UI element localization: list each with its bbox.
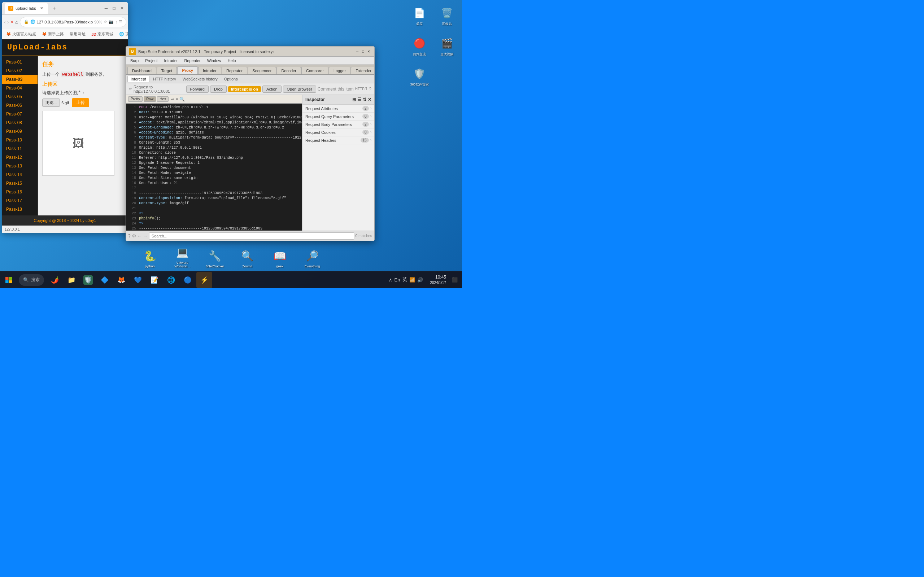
subtab-options[interactable]: Options	[221, 76, 241, 82]
desktop-icon-zoomit[interactable]: 🔍 Zoomit	[235, 247, 260, 269]
address-bar[interactable]: 🔒 🌐 127.0.0.1:8081/Pass-03/index.p 90% ☆…	[20, 17, 126, 27]
taskbar-edge-icon[interactable]: 🌐	[163, 272, 179, 288]
tab-logger[interactable]: Logger	[329, 67, 350, 74]
sidebar-link-pass06[interactable]: Pass-06	[2, 101, 37, 110]
inspector-close-icon[interactable]: ✕	[368, 97, 371, 102]
home-button[interactable]: ⌂	[15, 17, 18, 27]
raw-btn[interactable]: Raw	[144, 96, 156, 102]
desktop-icon-everything[interactable]: 🔎 Everything	[300, 247, 325, 269]
subtab-intercept[interactable]: Intercept	[127, 76, 150, 82]
sidebar-link-pass03[interactable]: Pass-03	[2, 75, 37, 84]
sidebar-link-pass05[interactable]: Pass-05	[2, 92, 37, 101]
desktop-icon-recycle[interactable]: 🗑️ 回收站	[434, 3, 460, 32]
desktop-icon-app5[interactable]: 🛡️ 360软件管家	[407, 64, 432, 93]
bookmark-common[interactable]: 常用网址	[68, 31, 87, 37]
taskbar-burp-active-icon[interactable]: ⚡	[196, 272, 212, 288]
sidebar-link-pass07[interactable]: Pass-07	[2, 110, 37, 118]
tab-extender[interactable]: Extender	[351, 67, 375, 74]
comment-field[interactable]: Comment this item	[318, 87, 354, 92]
inspector-row-query[interactable]: Request Query Parameters 0 ›	[302, 113, 374, 121]
forward-button[interactable]: ›	[7, 17, 9, 27]
upload-button[interactable]: 上传	[72, 98, 89, 107]
stop-button[interactable]: ✕	[10, 17, 14, 27]
action-button[interactable]: Action	[263, 85, 282, 93]
sidebar-link-pass18[interactable]: Pass-18	[2, 205, 37, 214]
screenshot-icon[interactable]: 📷	[109, 19, 114, 24]
tab-sequencer[interactable]: Sequencer	[248, 67, 276, 74]
desktop-icon-geek[interactable]: 📖 geek	[267, 247, 292, 269]
bookmark-star[interactable]: ☆	[103, 19, 107, 24]
desktop-icon-notepad[interactable]: 📄 必应	[407, 3, 432, 32]
pretty-btn[interactable]: Pretty	[128, 96, 143, 102]
notification-icon[interactable]: ⬛	[450, 277, 459, 282]
sidebar-link-pass12[interactable]: Pass-12	[2, 153, 37, 162]
drop-button[interactable]: Drop	[210, 85, 227, 93]
question-icon[interactable]: ?	[369, 87, 371, 92]
new-tab-button[interactable]: +	[50, 3, 59, 13]
share-icon[interactable]: ↑	[115, 20, 117, 24]
menu-project[interactable]: Project	[142, 58, 160, 63]
maximize-button[interactable]: □	[111, 5, 117, 11]
inspector-row-body[interactable]: Request Body Parameters 2 ›	[302, 121, 374, 129]
close-button[interactable]: ✕	[119, 5, 125, 11]
taskbar-word-icon[interactable]: 📝	[147, 272, 163, 288]
help-icon[interactable]: ?	[128, 234, 131, 239]
inspector-list-icon[interactable]: ☰	[357, 97, 361, 102]
inspector-grid-icon[interactable]: ⊞	[352, 97, 356, 102]
sidebar-link-pass09[interactable]: Pass-09	[2, 127, 37, 136]
forward-button[interactable]: Forward	[186, 85, 209, 93]
tab-dashboard[interactable]: Dashboard	[127, 67, 156, 74]
request-body[interactable]: 1POST /Pass-03/index.php HTTP/1.12Host: …	[126, 103, 302, 230]
tab-target[interactable]: Target	[156, 67, 177, 74]
taskbar-appcraft-icon[interactable]: 🔷	[97, 272, 113, 288]
search-toggle-icon[interactable]: 🔍	[179, 97, 185, 102]
burp-close-button[interactable]: ✕	[366, 49, 371, 54]
tab-intruder[interactable]: Intruder	[198, 67, 221, 74]
sidebar-link-pass13[interactable]: Pass-13	[2, 162, 37, 170]
inspector-row-cookies[interactable]: Request Cookies 0 ›	[302, 129, 374, 136]
burp-minimize-button[interactable]: ─	[355, 49, 360, 54]
menu-icon[interactable]: ☰	[119, 19, 123, 24]
next-match-icon[interactable]: →	[143, 234, 148, 239]
sidebar-link-pass16[interactable]: Pass-16	[2, 188, 37, 196]
taskbar-chili-icon[interactable]: 🌶️	[47, 272, 63, 288]
desktop-icon-vmware[interactable]: 💻 VMware Workstat...	[169, 243, 195, 269]
menu-repeater[interactable]: Repeater	[181, 58, 203, 63]
sidebar-link-pass15[interactable]: Pass-15	[2, 179, 37, 188]
volume-icon[interactable]: 🔊	[417, 277, 423, 282]
burp-maximize-button[interactable]: □	[361, 49, 366, 54]
subtab-http-history[interactable]: HTTP history	[150, 76, 179, 82]
taskbar-vscode-icon[interactable]: 💙	[130, 272, 146, 288]
bookmark-newuser[interactable]: 🦊 新手上路	[40, 31, 65, 37]
desktop-icon-app3[interactable]: 🔴 回到交流	[407, 34, 432, 63]
sidebar-link-pass11[interactable]: Pass-11	[2, 144, 37, 153]
system-clock[interactable]: 10:45 2024/1/17	[427, 274, 449, 285]
taskbar-firefox-icon[interactable]: 🦊	[113, 272, 129, 288]
hex-btn[interactable]: Hex	[157, 96, 169, 102]
sidebar-link-pass02[interactable]: Pass-02	[2, 66, 37, 75]
tab-close-button[interactable]: ✕	[39, 5, 44, 11]
sidebar-link-pass17[interactable]: Pass-17	[2, 196, 37, 205]
taskbar-pycharm-icon[interactable]: 🔵	[180, 272, 196, 288]
taskbar-files-icon[interactable]: 📁	[63, 272, 79, 288]
tab-decoder[interactable]: Decoder	[276, 67, 301, 74]
desktop-icon-snet[interactable]: 🔧 SNetCracker	[202, 247, 227, 269]
bookmark-ctf[interactable]: 🌐 攻防世界	[118, 31, 128, 37]
start-button[interactable]	[0, 271, 17, 288]
desktop-icon-python[interactable]: 🐍 python	[137, 247, 163, 269]
inspector-row-attributes[interactable]: Request Attributes 2 ›	[302, 105, 374, 113]
tab-proxy[interactable]: Proxy	[177, 66, 198, 74]
language-icon[interactable]: 英	[402, 276, 407, 283]
menu-help[interactable]: Help	[225, 58, 239, 63]
menu-burp[interactable]: Burp	[127, 58, 142, 63]
taskbar-search[interactable]: 🔍 搜索	[19, 274, 44, 286]
subtab-websockets-history[interactable]: WebSockets history	[180, 76, 221, 82]
tab-comparer[interactable]: Comparer	[302, 67, 329, 74]
menu-intruder[interactable]: Intruder	[161, 58, 181, 63]
sidebar-link-pass04[interactable]: Pass-04	[2, 84, 37, 92]
taskbar-burp-proxy-icon[interactable]: 🛡️	[80, 272, 96, 288]
network-icon[interactable]: 📶	[409, 277, 415, 282]
minimize-button[interactable]: ─	[103, 5, 110, 11]
prev-match-icon[interactable]: ←	[137, 234, 142, 239]
browse-button[interactable]: 浏览...	[42, 98, 60, 107]
